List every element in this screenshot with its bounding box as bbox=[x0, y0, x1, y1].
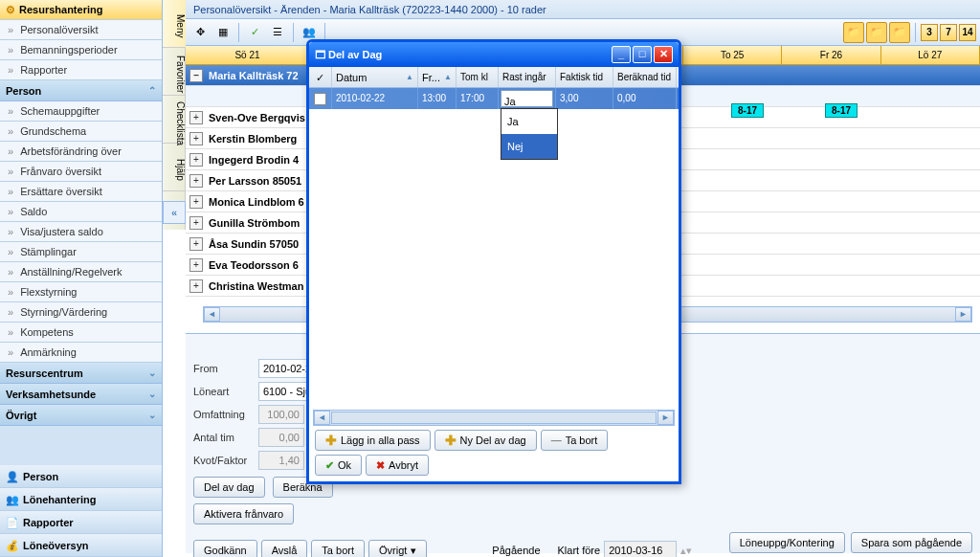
omfattning-input bbox=[258, 405, 304, 424]
chevron-down-icon: ⌄ bbox=[148, 405, 156, 426]
dropdown-list: Ja Nej bbox=[501, 108, 558, 160]
scroll-left-icon[interactable]: ◄ bbox=[314, 411, 330, 425]
row-checkbox[interactable] bbox=[314, 93, 326, 105]
vtab-checklista[interactable]: Checklista bbox=[163, 96, 186, 144]
lagg-in-button[interactable]: ✚Lägg in alla pass bbox=[315, 430, 431, 451]
sidebar-flexstyrning[interactable]: Flexstyrning bbox=[0, 282, 162, 302]
tb-arrows-icon[interactable]: ✥ bbox=[189, 22, 211, 43]
sidebar-schemauppgifter[interactable]: Schemauppgifter bbox=[0, 101, 162, 122]
vtab-favoriter[interactable]: Favoriter bbox=[163, 48, 186, 96]
tabort-button[interactable]: —Ta bort bbox=[541, 430, 609, 451]
dialog-titlebar[interactable]: 🗔 Del av Dag _ □ ✕ bbox=[309, 42, 679, 67]
col-faktisk[interactable]: Faktisk tid bbox=[556, 67, 613, 87]
expand-icon[interactable]: + bbox=[189, 237, 203, 251]
rast-dropdown[interactable]: Ja ▾ Ja Nej bbox=[501, 90, 553, 107]
pagaende-label: Pågående bbox=[492, 545, 540, 556]
expand-icon[interactable]: + bbox=[189, 195, 203, 209]
loneuppg-button[interactable]: Löneuppg/Kontering bbox=[729, 532, 845, 553]
sidebar-person-header[interactable]: Person ⌃ bbox=[0, 80, 162, 101]
date-num-14[interactable]: 14 bbox=[959, 24, 976, 41]
col-beraknad[interactable]: Beräknad tid bbox=[613, 67, 677, 87]
scroll-right-icon[interactable]: ► bbox=[955, 307, 971, 322]
avsla-button[interactable]: Avslå bbox=[261, 540, 308, 557]
tb-folder1-icon[interactable]: 📁 bbox=[843, 22, 864, 43]
col-check[interactable]: ✓ bbox=[309, 67, 332, 87]
tb-grid-icon[interactable]: ▦ bbox=[212, 22, 234, 43]
sidebar-verksamhet-header[interactable]: Verksamhetsunde ⌄ bbox=[0, 384, 162, 405]
cell-tom: 17:00 bbox=[457, 88, 499, 109]
sidebar-visa-saldo[interactable]: Visa/justera saldo bbox=[0, 222, 162, 242]
sidebar-resurshantering[interactable]: ⚙ Resurshantering bbox=[0, 0, 162, 20]
col-fr[interactable]: Fr...▲ bbox=[418, 67, 457, 87]
sidebar-grundschema[interactable]: Grundschema bbox=[0, 122, 162, 142]
sidebar-resurscentrum-header[interactable]: Resurscentrum ⌄ bbox=[0, 363, 162, 384]
sidebar-rapporter[interactable]: Rapporter bbox=[0, 60, 162, 80]
dropdown-option-ja[interactable]: Ja bbox=[501, 109, 557, 134]
col-datum[interactable]: Datum▲ bbox=[332, 67, 418, 87]
sidebar-anmarkning[interactable]: Anmärkning bbox=[0, 343, 162, 363]
sidebar-ersattare[interactable]: Ersättare översikt bbox=[0, 182, 162, 202]
cell-faktisk: 3,00 bbox=[556, 88, 613, 109]
sidebar-bottom-rapporter[interactable]: 📄 Rapporter bbox=[0, 511, 162, 534]
scroll-left-icon[interactable]: ◄ bbox=[204, 307, 220, 322]
tb-check-icon[interactable]: ✓ bbox=[244, 22, 265, 43]
label: Resurshantering bbox=[19, 0, 102, 20]
dropdown-option-nej[interactable]: Nej bbox=[501, 134, 557, 159]
del-av-dag-button[interactable]: Del av dag bbox=[193, 477, 265, 498]
date-num-7[interactable]: 7 bbox=[940, 24, 957, 41]
godkann-button[interactable]: Godkänn bbox=[193, 540, 257, 557]
vtab-meny[interactable]: Meny bbox=[163, 0, 186, 48]
date-num-3[interactable]: 3 bbox=[921, 24, 938, 41]
aktivera-button[interactable]: Aktivera frånvaro bbox=[193, 503, 294, 524]
sidebar-bottom-person[interactable]: 👤 Person bbox=[0, 465, 162, 488]
ovrigt-button[interactable]: Övrigt▾ bbox=[368, 540, 427, 557]
dialog-horizontal-scrollbar[interactable]: ◄ ► bbox=[313, 410, 675, 426]
minimize-button[interactable]: _ bbox=[612, 46, 631, 63]
collapse-sidebar-button[interactable]: « bbox=[163, 201, 186, 224]
expand-icon[interactable]: + bbox=[189, 216, 203, 230]
day-so21: Sö 21 bbox=[186, 46, 310, 64]
sidebar-bottom-lonehantering[interactable]: 👥 Lönehantering bbox=[0, 488, 162, 511]
date-spinner-icon[interactable]: ▴▾ bbox=[680, 545, 692, 557]
klart-date-input[interactable] bbox=[604, 541, 677, 557]
sidebar-personaloversikt[interactable]: Personalöversikt bbox=[0, 20, 162, 40]
scroll-right-icon[interactable]: ► bbox=[657, 411, 674, 425]
col-tom[interactable]: Tom kl bbox=[457, 67, 499, 87]
vtab-hjalp[interactable]: Hjälp bbox=[163, 144, 186, 191]
col-rast[interactable]: Rast ingår bbox=[499, 67, 556, 87]
expand-icon[interactable]: + bbox=[189, 258, 203, 272]
maximize-button[interactable]: □ bbox=[633, 46, 652, 63]
tb-folder2-icon[interactable]: 📁 bbox=[866, 22, 887, 43]
close-button[interactable]: ✕ bbox=[654, 46, 673, 63]
day-lo27: Lö 27 bbox=[881, 46, 980, 64]
expand-icon[interactable]: + bbox=[189, 279, 203, 293]
tb-folder3-icon[interactable]: 📁 bbox=[889, 22, 910, 43]
sidebar-bemanningsperioder[interactable]: Bemanningsperioder bbox=[0, 40, 162, 60]
tabort-button[interactable]: Ta bort bbox=[311, 540, 365, 557]
sidebar-bottom-loneoversyn[interactable]: 💰 Löneöversyn bbox=[0, 534, 162, 557]
spara-button[interactable]: Spara som pågående bbox=[851, 532, 972, 553]
avbryt-button[interactable]: ✖Avbryt bbox=[366, 455, 429, 476]
sidebar-styrning[interactable]: Styrning/Värdering bbox=[0, 302, 162, 323]
sidebar-saldo[interactable]: Saldo bbox=[0, 202, 162, 222]
sidebar: ◉ Allmänt ◔ SAM ⚙ Resurshantering Person… bbox=[0, 0, 163, 557]
del-av-dag-dialog: 🗔 Del av Dag _ □ ✕ ✓ Datum▲ Fr...▲ Tom k… bbox=[306, 39, 681, 484]
ny-del-button[interactable]: ✚Ny Del av dag bbox=[434, 430, 537, 451]
sidebar-franvaro[interactable]: Frånvaro översikt bbox=[0, 162, 162, 182]
kvot-label: Kvot/Faktor bbox=[193, 455, 251, 466]
ok-button[interactable]: ✔Ok bbox=[315, 455, 362, 476]
collapse-icon[interactable]: – bbox=[189, 69, 203, 82]
tb-list-icon[interactable]: ☰ bbox=[267, 22, 288, 43]
day-fr26: Fr 26 bbox=[782, 46, 880, 64]
chevron-down-icon: ⌄ bbox=[148, 363, 156, 384]
sidebar-stamplingar[interactable]: Stämplingar bbox=[0, 242, 162, 262]
expand-icon[interactable]: + bbox=[189, 153, 203, 167]
expand-icon[interactable]: + bbox=[189, 132, 203, 145]
expand-icon[interactable]: + bbox=[189, 111, 203, 124]
sidebar-anstallning[interactable]: Anställning/Regelverk bbox=[0, 262, 162, 282]
sidebar-kompetens[interactable]: Kompetens bbox=[0, 323, 162, 343]
grid-row[interactable]: 2010-02-22 13:00 17:00 Ja ▾ Ja Nej 3,00 … bbox=[309, 88, 679, 109]
expand-icon[interactable]: + bbox=[189, 174, 203, 188]
sidebar-arbetsforandring[interactable]: Arbetsförändring över bbox=[0, 142, 162, 162]
sidebar-ovrigt-header[interactable]: Övrigt ⌄ bbox=[0, 405, 162, 426]
